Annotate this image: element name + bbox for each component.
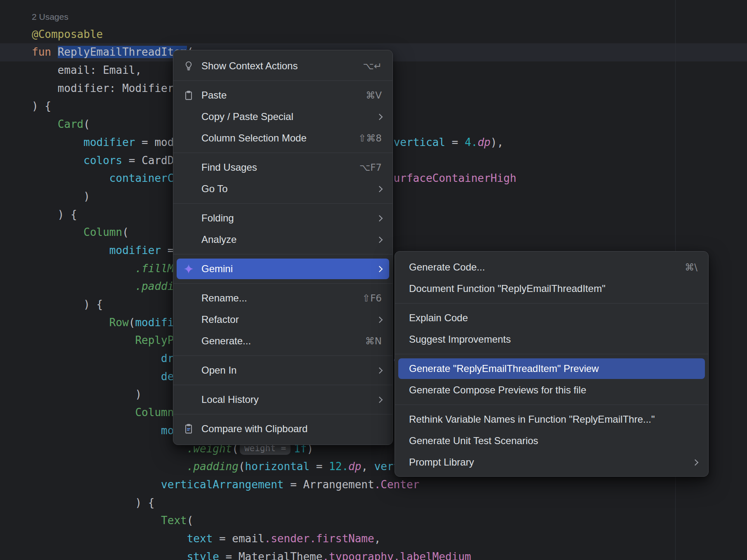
menu-item-label: Local History bbox=[201, 394, 365, 405]
code-token: = bbox=[213, 532, 232, 545]
code-token: ), bbox=[491, 136, 504, 148]
code-token: Card bbox=[58, 118, 84, 130]
menu-separator bbox=[395, 354, 708, 354]
gemini-icon bbox=[183, 264, 194, 274]
code-token bbox=[32, 280, 135, 292]
code-token: Row bbox=[109, 316, 129, 329]
menu-item-prompt-library[interactable]: Prompt Library bbox=[395, 452, 708, 473]
code-token: dp bbox=[478, 136, 490, 148]
code-token: ) { bbox=[32, 298, 103, 311]
code-token: Column bbox=[135, 406, 174, 419]
menu-item-label: Rename... bbox=[201, 292, 350, 304]
menu-item-label: Generate Code... bbox=[409, 261, 672, 273]
selected-identifier: ReplyEmailThreadItem bbox=[58, 46, 187, 58]
menu-item-label: Generate "ReplyEmailThreadItem" Preview bbox=[409, 363, 697, 374]
code-token: = bbox=[284, 478, 303, 491]
code-token: email bbox=[232, 532, 264, 545]
code-line[interactable]: Text( bbox=[32, 512, 747, 530]
code-token: vertical bbox=[394, 136, 445, 148]
menu-item-column-selection-mode[interactable]: Column Selection Mode⇧⌘8 bbox=[173, 127, 392, 149]
code-token: .typography.labelMedium bbox=[322, 551, 471, 560]
code-line[interactable]: text = email.sender.firstName, bbox=[32, 530, 747, 548]
code-token bbox=[32, 262, 135, 275]
code-token: ) bbox=[32, 388, 142, 400]
shortcut-hint: ⌥↵ bbox=[363, 61, 382, 71]
code-token: ( bbox=[83, 118, 90, 130]
menu-item-suggest-improvements[interactable]: Suggest Improvements bbox=[395, 329, 708, 350]
code-line[interactable]: ) { bbox=[32, 494, 747, 512]
menu-item-label: Compare with Clipboard bbox=[201, 423, 382, 435]
code-token: Arrangement bbox=[303, 478, 374, 491]
code-token: ( bbox=[129, 316, 135, 329]
menu-item-label: Rethink Variable Names in Function "Repl… bbox=[409, 414, 697, 425]
code-token: dp bbox=[348, 460, 361, 473]
menu-item-find-usages[interactable]: Find Usages⌥F7 bbox=[173, 157, 392, 178]
menu-separator bbox=[173, 203, 392, 204]
submenu-arrow-icon bbox=[376, 396, 383, 403]
code-token bbox=[32, 118, 58, 130]
menu-item-show-context-actions[interactable]: Show Context Actions⌥↵ bbox=[173, 55, 392, 77]
shortcut-hint: ⌘N bbox=[365, 336, 382, 346]
code-line[interactable]: @Composable bbox=[32, 26, 747, 44]
menu-item-compare-with-clipboard[interactable]: Compare with Clipboard bbox=[173, 418, 392, 440]
code-token: verticalArrangement bbox=[161, 478, 284, 491]
code-line[interactable]: verticalArrangement = Arrangement.Center bbox=[32, 476, 747, 494]
code-token: colors bbox=[83, 154, 122, 167]
menu-item-local-history[interactable]: Local History bbox=[173, 389, 392, 410]
menu-item-label: Document Function "ReplyEmailThreadItem" bbox=[409, 283, 697, 294]
menu-item-label: Copy / Paste Special bbox=[201, 111, 365, 122]
code-token bbox=[32, 442, 187, 455]
code-token bbox=[32, 370, 161, 383]
menu-item-label: Refactor bbox=[201, 314, 365, 325]
menu-item-open-in[interactable]: Open In bbox=[173, 360, 392, 381]
menu-item-label: Find Usages bbox=[201, 162, 347, 173]
menu-item-rethink-variable-names-in-function-replyem[interactable]: Rethink Variable Names in Function "Repl… bbox=[395, 409, 708, 430]
menu-separator bbox=[395, 405, 708, 405]
code-line[interactable]: style = MaterialTheme.typography.labelMe… bbox=[32, 548, 747, 560]
submenu-arrow-icon bbox=[692, 459, 699, 466]
menu-item-label: Gemini bbox=[201, 263, 365, 275]
code-token: @Composable bbox=[32, 28, 103, 40]
shortcut-hint: ⌘V bbox=[366, 90, 382, 101]
menu-item-generate[interactable]: Generate...⌘N bbox=[173, 330, 392, 352]
shortcut-hint: ⌘\ bbox=[685, 262, 697, 273]
menu-item-generate-replyemailthreaditem-preview[interactable]: Generate "ReplyEmailThreadItem" Preview bbox=[395, 358, 708, 379]
code-token bbox=[32, 406, 135, 419]
menu-item-label: Generate Unit Test Scenarios bbox=[409, 435, 697, 447]
code-token: fun bbox=[32, 46, 58, 58]
code-token bbox=[32, 244, 109, 256]
menu-item-copy-paste-special[interactable]: Copy / Paste Special bbox=[173, 106, 392, 127]
menu-item-gemini[interactable]: Gemini bbox=[173, 258, 392, 280]
menu-item-generate-compose-previews-for-this-file[interactable]: Generate Compose Previews for this file bbox=[395, 379, 708, 401]
code-token: 12. bbox=[329, 460, 348, 473]
menu-item-label: Open In bbox=[201, 365, 365, 376]
menu-item-paste[interactable]: Paste⌘V bbox=[173, 85, 392, 106]
menu-item-generate-code[interactable]: Generate Code...⌘\ bbox=[395, 256, 708, 278]
menu-item-go-to[interactable]: Go To bbox=[173, 178, 392, 200]
menu-item-label: Suggest Improvements bbox=[409, 334, 697, 345]
menu-item-label: Analyze bbox=[201, 234, 365, 245]
menu-item-label: Generate Compose Previews for this file bbox=[409, 384, 697, 396]
submenu-arrow-icon bbox=[376, 236, 383, 243]
menu-item-explain-code[interactable]: Explain Code bbox=[395, 307, 708, 329]
code-token: ) { bbox=[32, 100, 51, 112]
code-token: MaterialTheme bbox=[239, 551, 323, 560]
submenu-arrow-icon bbox=[376, 367, 383, 374]
menu-separator bbox=[173, 414, 392, 414]
menu-item-generate-unit-test-scenarios[interactable]: Generate Unit Test Scenarios bbox=[395, 430, 708, 452]
menu-item-analyze[interactable]: Analyze bbox=[173, 229, 392, 250]
usages-hint[interactable]: 2 Usages bbox=[32, 12, 69, 21]
menu-item-rename[interactable]: Rename...⇧F6 bbox=[173, 287, 392, 309]
menu-item-refactor[interactable]: Refactor bbox=[173, 309, 392, 330]
code-token: ) { bbox=[32, 496, 154, 509]
menu-item-label: Prompt Library bbox=[409, 456, 681, 468]
menu-item-label: Go To bbox=[201, 183, 365, 195]
code-token bbox=[32, 226, 83, 238]
code-token bbox=[32, 172, 109, 184]
code-token bbox=[32, 424, 161, 437]
code-line[interactable]: 2 Usages bbox=[32, 7, 747, 26]
code-token: text bbox=[187, 532, 213, 545]
code-token: = bbox=[219, 551, 239, 560]
menu-item-folding[interactable]: Folding bbox=[173, 207, 392, 229]
menu-item-document-function-replyemailthreaditem[interactable]: Document Function "ReplyEmailThreadItem" bbox=[395, 278, 708, 299]
